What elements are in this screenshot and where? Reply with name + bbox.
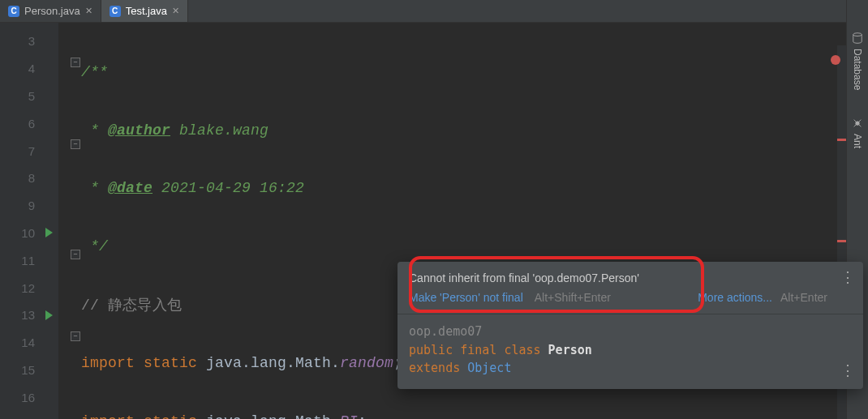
close-icon[interactable]: ✕ xyxy=(85,6,92,16)
line-number[interactable]: 7 xyxy=(0,137,58,165)
line-number[interactable]: 12 xyxy=(0,274,58,301)
line-number[interactable]: 3 xyxy=(0,28,58,55)
line-number[interactable]: 4 xyxy=(0,55,58,83)
line-number[interactable]: 11 xyxy=(0,246,58,274)
java-class-icon: C xyxy=(8,6,19,17)
tab-person-java[interactable]: C Person.java ✕ xyxy=(0,0,101,22)
close-icon[interactable]: ✕ xyxy=(172,6,179,16)
gutter: 3 4 5 6 7 8 9 10 11 12 13 14 15 16 xyxy=(0,23,58,419)
database-tool-button[interactable]: Database xyxy=(852,32,863,90)
ant-icon xyxy=(852,118,863,129)
svg-point-0 xyxy=(853,33,862,36)
line-number[interactable]: 8 xyxy=(0,165,58,192)
database-icon xyxy=(852,32,863,44)
line-number[interactable]: 16 xyxy=(0,383,58,411)
java-class-icon: C xyxy=(110,6,121,17)
error-marker[interactable] xyxy=(837,139,846,141)
inspection-popup: ⋮ Cannot inherit from final 'oop.demo07.… xyxy=(397,262,863,389)
ant-tool-button[interactable]: Ant xyxy=(852,118,863,148)
javadoc-tag: @author xyxy=(108,122,170,139)
tab-label: Person.java xyxy=(24,5,80,17)
line-number[interactable]: 13 xyxy=(0,301,58,329)
error-indicator-icon[interactable] xyxy=(831,55,840,65)
javadoc-tag: @date xyxy=(108,180,153,196)
more-icon[interactable]: ⋮ xyxy=(840,363,855,378)
quick-fix-link[interactable]: Make 'Person' not final xyxy=(409,291,523,304)
more-actions-link[interactable]: More actions... xyxy=(698,291,772,304)
line-number[interactable]: 14 xyxy=(0,329,58,357)
object-class-link[interactable]: Object xyxy=(467,361,511,375)
tab-test-java[interactable]: C Test.java ✕ xyxy=(101,0,188,22)
run-icon[interactable] xyxy=(45,228,53,237)
tab-label: Test.java xyxy=(126,5,167,17)
run-icon[interactable] xyxy=(45,310,53,320)
code-text: /** xyxy=(81,64,108,80)
error-message: Cannot inherit from final 'oop.demo07.Pe… xyxy=(409,271,827,284)
shortcut-hint: Alt+Enter xyxy=(780,291,827,304)
line-number[interactable]: 15 xyxy=(0,357,58,384)
shortcut-hint: Alt+Shift+Enter xyxy=(535,291,611,304)
more-icon[interactable]: ⋮ xyxy=(840,270,855,284)
error-marker[interactable] xyxy=(837,240,846,242)
line-number[interactable]: 5 xyxy=(0,83,58,110)
line-number[interactable]: 6 xyxy=(0,109,58,137)
doc-preview: ⋮ oop.demo07 public final class Person e… xyxy=(397,314,863,389)
line-number[interactable]: 9 xyxy=(0,192,58,220)
editor-tabs: C Person.java ✕ C Test.java ✕ xyxy=(0,0,868,23)
line-number[interactable]: 10 xyxy=(0,220,58,247)
